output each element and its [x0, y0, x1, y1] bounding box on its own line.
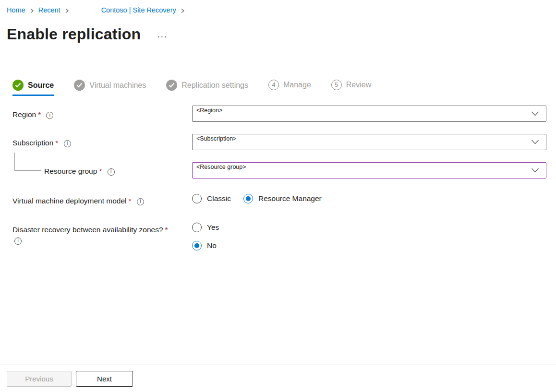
required-asterisk: * — [165, 226, 168, 234]
radio-button-icon — [192, 223, 202, 232]
tab-review[interactable]: 5 Review — [331, 80, 371, 95]
resource-group-label: Resource group — [44, 167, 97, 175]
subscription-control-cell: <Subscription> — [192, 134, 546, 150]
tab-replication-settings[interactable]: Replication settings — [166, 80, 248, 96]
deployment-model-radio-group: Classic Resource Manager — [192, 192, 546, 203]
resource-group-label-cell: Resource group* i — [44, 162, 192, 177]
tab-label: Virtual machines — [89, 81, 146, 90]
form-row-region: Region* i <Region> — [12, 106, 546, 122]
info-icon[interactable]: i — [108, 168, 115, 176]
page-title: Enable replication — [7, 25, 141, 43]
footer-bar: Previous Next — [0, 365, 556, 392]
deployment-model-label: Virtual machine deployment model — [12, 197, 127, 205]
deployment-model-label-cell: Virtual machine deployment model* i — [12, 192, 192, 206]
region-label-cell: Region* i — [12, 106, 192, 120]
info-icon[interactable]: i — [14, 238, 22, 245]
required-asterisk: * — [38, 110, 41, 119]
resource-group-dropdown[interactable]: <Resource group> — [192, 162, 546, 178]
region-label: Region — [12, 110, 36, 119]
chevron-right-icon — [30, 7, 34, 13]
required-asterisk: * — [129, 197, 132, 205]
radio-option-resource-manager[interactable]: Resource Manager — [243, 194, 322, 203]
radio-label: Yes — [207, 223, 219, 232]
region-dropdown[interactable]: <Region> — [192, 106, 546, 122]
check-icon — [74, 80, 85, 91]
chevron-right-icon — [65, 7, 69, 13]
subscription-label-cell: Subscription* i — [12, 134, 192, 148]
radio-button-selected-icon — [192, 241, 202, 250]
radio-option-no[interactable]: No — [192, 241, 546, 250]
radio-label: Resource Manager — [258, 194, 322, 203]
next-button[interactable]: Next — [76, 371, 133, 387]
form-row-resource-group: Resource group* i <Resource group> — [12, 162, 546, 178]
breadcrumb-home[interactable]: Home — [7, 6, 25, 14]
title-row: Enable replication ··· — [7, 25, 556, 43]
tab-label: Review — [346, 81, 371, 89]
tab-label: Manage — [283, 81, 311, 89]
subscription-value: <Subscription> — [196, 135, 236, 142]
info-icon[interactable]: i — [137, 198, 144, 205]
previous-button[interactable]: Previous — [7, 371, 72, 387]
step-number: 4 — [268, 80, 279, 90]
required-asterisk: * — [99, 167, 102, 175]
required-asterisk: * — [55, 139, 58, 147]
resource-group-control-cell: <Resource group> — [192, 162, 546, 178]
dr-zones-label: Disaster recovery between availability z… — [12, 226, 163, 234]
region-control-cell: <Region> — [192, 106, 546, 122]
dr-zones-label-cell: Disaster recovery between availability z… — [12, 221, 192, 246]
radio-button-selected-icon — [243, 194, 253, 203]
chevron-down-icon — [531, 140, 539, 145]
tab-manage[interactable]: 4 Manage — [268, 80, 311, 95]
more-options-button[interactable]: ··· — [157, 32, 167, 42]
breadcrumb: Home Recent Contoso | Site Recovery — [0, 0, 556, 14]
radio-label: Classic — [207, 194, 231, 203]
check-icon — [12, 80, 24, 91]
info-icon[interactable]: i — [46, 112, 53, 119]
subscription-dropdown[interactable]: <Subscription> — [192, 134, 546, 150]
step-number: 5 — [331, 80, 342, 90]
tab-label: Source — [28, 81, 54, 90]
enable-replication-page: Home Recent Contoso | Site Recovery Enab… — [0, 0, 556, 392]
subscription-label: Subscription — [12, 139, 53, 147]
info-icon[interactable]: i — [64, 140, 71, 147]
chevron-down-icon — [531, 111, 539, 117]
deployment-model-control-cell: Classic Resource Manager — [192, 192, 546, 203]
radio-option-yes[interactable]: Yes — [192, 223, 546, 232]
wizard-steps: Source Virtual machines Replication sett… — [12, 80, 556, 96]
tab-virtual-machines[interactable]: Virtual machines — [74, 80, 146, 96]
form-row-deployment-model: Virtual machine deployment model* i Clas… — [12, 192, 546, 206]
radio-label: No — [207, 241, 217, 250]
resource-group-value: <Resource group> — [196, 164, 246, 170]
dr-zones-control-cell: Yes No — [192, 221, 546, 250]
check-icon — [166, 80, 177, 91]
breadcrumb-contoso-site-recovery[interactable]: Contoso | Site Recovery — [101, 6, 176, 14]
form-row-subscription: Subscription* i <Subscription> — [12, 134, 546, 150]
tab-label: Replication settings — [181, 81, 248, 90]
region-value: <Region> — [196, 107, 222, 114]
radio-button-icon — [192, 194, 202, 203]
dr-zones-radio-group: Yes No — [192, 221, 546, 250]
chevron-down-icon — [531, 168, 539, 173]
chevron-right-icon — [181, 7, 185, 13]
form-row-dr-zones: Disaster recovery between availability z… — [12, 221, 546, 250]
breadcrumb-recent[interactable]: Recent — [38, 6, 60, 14]
tree-connector-line — [14, 153, 41, 171]
tab-source[interactable]: Source — [12, 80, 54, 96]
radio-option-classic[interactable]: Classic — [192, 194, 231, 203]
source-form: Region* i <Region> Subscription* i < — [12, 106, 546, 250]
